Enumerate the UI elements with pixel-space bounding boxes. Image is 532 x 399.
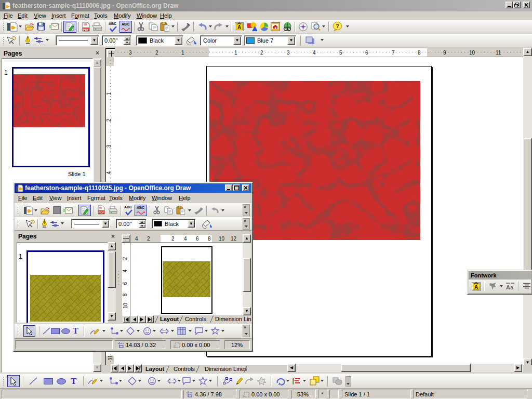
svg-text:A: A [474,284,478,290]
svg-text:a: a [510,284,514,290]
svg-text:PDF: PDF [99,211,105,214]
svg-text:PDF: PDF [83,28,89,31]
svg-text:?: ? [336,23,339,29]
svg-text:A: A [506,284,510,290]
svg-text:A: A [237,24,241,30]
